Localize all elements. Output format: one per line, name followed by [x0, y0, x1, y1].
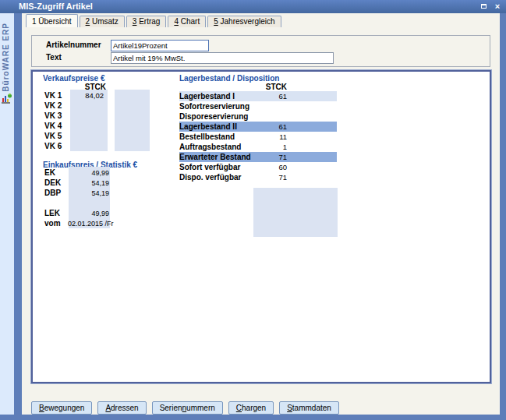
sales-price-table: VK 1 84,02 VK 2 VK 3 VK 4 VK 5 VK 6 — [44, 91, 106, 152]
action-button-label: Chargen — [236, 404, 266, 412]
price-row-label: DBP — [44, 189, 68, 199]
stock-row-value: 60 — [267, 163, 287, 172]
price-row: EK 49,99 — [44, 168, 110, 178]
stock-row: Erwarteter Bestand 71 — [179, 152, 337, 162]
price-row-label: VK 5 — [44, 132, 70, 142]
tab[interactable]: 4 Chart — [168, 16, 206, 27]
tab-label: 4 Chart — [174, 17, 200, 26]
close-icon: × — [495, 2, 500, 10]
stock-row-value: 61 — [267, 92, 287, 101]
price-row-value: 49,99 — [68, 209, 110, 219]
stock-row-label: Auftragsbestand — [179, 143, 267, 152]
window-bottom-border — [0, 415, 506, 420]
tab-label: 2 Umsatz — [86, 17, 119, 26]
stock-row-label: Erwarteter Bestand — [179, 153, 267, 162]
stock-table: Lagerbestand I 61 Sofortreservierung Dis… — [179, 91, 337, 182]
window-controls: × — [479, 2, 502, 11]
stock-row: Sofort verfügbar 60 — [179, 162, 337, 172]
price-row — [44, 199, 110, 209]
tab[interactable]: 3 Ertrag — [126, 16, 167, 27]
price-row-value — [70, 122, 106, 132]
price-row-label: VK 1 — [44, 91, 70, 101]
window-title: MIS-Zugriff Artikel — [19, 2, 93, 11]
price-row: VK 3 — [44, 111, 106, 122]
price-row-label: VK 4 — [44, 122, 70, 132]
price-row-value: 02.01.2015 /Fr — [68, 219, 110, 229]
purchase-price-table: EK 49,99 DEK 54,19 DBP 54,19 LEK 49,99 v… — [44, 168, 110, 229]
price-row: VK 2 — [44, 101, 106, 111]
stock-row: Lagerbestand II 61 — [179, 122, 337, 132]
stock-row-value: 1 — [267, 143, 287, 152]
stock-row: Dispo. verfügbar 71 — [179, 172, 337, 182]
stock-row: Lagerbestand I 61 — [179, 91, 337, 101]
price-row-label: EK — [44, 168, 68, 178]
price-row-label: LEK — [44, 209, 68, 219]
left-sidebar: BüroWARE ERP — [0, 13, 14, 415]
price-row: vom 02.01.2015 /Fr — [44, 219, 110, 229]
tab-label: 1 Übersicht — [32, 17, 72, 26]
price-row-value — [70, 101, 106, 111]
article-header-box: Artikelnummer Text — [31, 35, 490, 67]
stock-row: Sofortreservierung — [179, 101, 337, 111]
price-row-value: 49,99 — [68, 168, 110, 178]
price-row-label — [44, 199, 68, 209]
panel-left-edge — [14, 13, 22, 415]
artikelnummer-label: Artikelnummer — [46, 41, 101, 49]
action-button-row: BewegungenAdressenSeriennummernChargenSt… — [31, 401, 339, 415]
text-label: Text — [46, 53, 62, 62]
action-button[interactable]: Bewegungen — [31, 401, 92, 415]
title-bar: MIS-Zugriff Artikel × — [0, 0, 506, 13]
stock-row: Auftragsbestand 1 — [179, 142, 337, 152]
tab[interactable]: 2 Umsatz — [80, 16, 125, 27]
price-row-value — [70, 142, 106, 152]
action-button[interactable]: Stammdaten — [279, 401, 339, 415]
action-button[interactable]: Seriennummern — [152, 401, 223, 415]
price-row-value: 54,19 — [68, 178, 110, 189]
tab-bar: 1 Übersicht2 Umsatz3 Ertrag4 Chart5 Jahr… — [26, 15, 281, 27]
stock-row: Disporeservierung — [179, 111, 337, 122]
price-row-label: VK 3 — [44, 111, 70, 122]
action-button-label: Stammdaten — [287, 404, 331, 412]
window-right-border — [500, 13, 506, 415]
tab[interactable]: 5 Jahresvergleich — [207, 16, 281, 27]
price-row: VK 4 — [44, 122, 106, 132]
action-button-label: Seriennummern — [160, 404, 215, 412]
action-button-label: Adressen — [105, 404, 138, 412]
stock-title: Lagerbestand / Disposition — [179, 74, 279, 83]
artikelnummer-input[interactable] — [111, 40, 209, 51]
sales-price-field-2 — [115, 90, 150, 151]
stock-locations-field — [253, 188, 338, 237]
action-button[interactable]: Chargen — [228, 401, 274, 415]
tab[interactable]: 1 Übersicht — [26, 14, 78, 27]
restore-button[interactable] — [479, 2, 488, 11]
bar-chart-icon[interactable] — [1, 93, 12, 104]
price-row-label: vom — [44, 219, 68, 229]
price-row: VK 5 — [44, 132, 106, 142]
mis-window: MIS-Zugriff Artikel × BüroWARE ERP 1 Übe… — [0, 0, 506, 420]
price-row-label: VK 6 — [44, 142, 70, 152]
price-row-value — [70, 111, 106, 122]
action-button[interactable]: Adressen — [97, 401, 146, 415]
price-row: VK 1 84,02 — [44, 91, 106, 101]
stock-row-label: Bestellbestand — [179, 132, 267, 142]
price-row-value — [70, 132, 106, 142]
stock-row-value: 71 — [267, 153, 287, 162]
tab-label: 3 Ertrag — [133, 17, 161, 26]
overview-panel: Verkaufspreise € STCK VK 1 84,02 VK 2 VK… — [31, 70, 491, 383]
price-row-value: 84,02 — [70, 91, 106, 101]
price-row-label: VK 2 — [44, 101, 70, 111]
price-row-value — [68, 199, 110, 209]
stock-row-value: 11 — [267, 132, 287, 142]
text-input[interactable] — [111, 52, 334, 64]
stock-row-value: 71 — [267, 173, 287, 182]
stock-row-label: Dispo. verfügbar — [179, 173, 267, 182]
close-button[interactable]: × — [493, 2, 502, 11]
restore-icon — [481, 4, 487, 9]
stock-row-label: Lagerbestand II — [179, 122, 267, 132]
brand-label: BüroWARE ERP — [2, 23, 10, 92]
stock-unit-header: STCK — [256, 83, 287, 91]
price-row: DBP 54,19 — [44, 189, 110, 199]
tab-label: 5 Jahresvergleich — [214, 17, 274, 26]
stock-row-label: Lagerbestand I — [179, 92, 267, 101]
price-row: VK 6 — [44, 142, 106, 152]
